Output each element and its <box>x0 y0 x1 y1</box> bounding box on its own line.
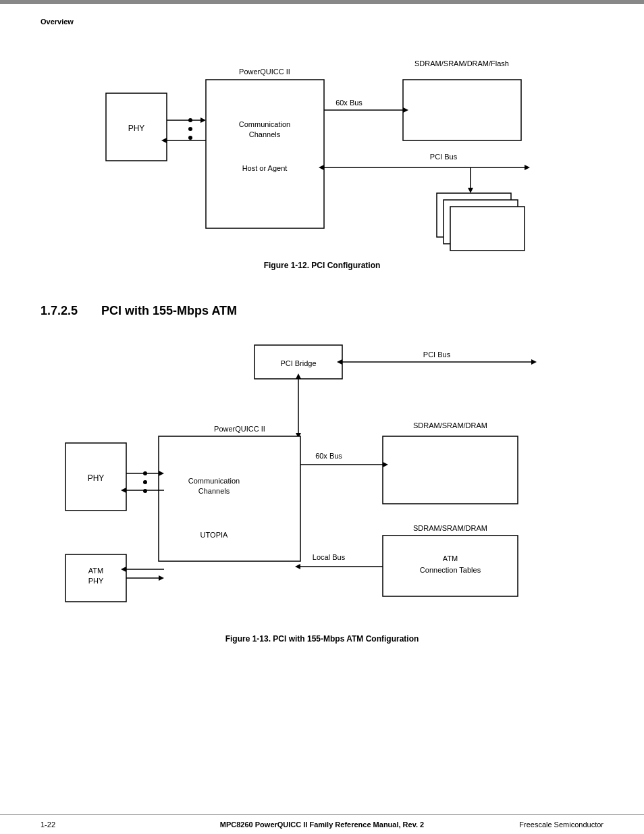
svg-text:PHY: PHY <box>128 124 145 133</box>
svg-text:60x Bus: 60x Bus <box>336 99 363 107</box>
svg-marker-22 <box>525 165 530 170</box>
svg-text:ATM: ATM <box>88 567 103 575</box>
svg-text:SDRAM/SRAM/DRAM/Flash: SDRAM/SRAM/DRAM/Flash <box>414 59 509 68</box>
page-footer: 1-22 MPC8260 PowerQUICC II Family Refere… <box>0 814 644 834</box>
svg-rect-27 <box>450 207 525 251</box>
svg-point-3 <box>188 127 192 131</box>
svg-marker-6 <box>200 118 206 123</box>
svg-text:Channels: Channels <box>198 487 230 495</box>
svg-marker-24 <box>468 188 473 193</box>
svg-text:PCI Bus: PCI Bus <box>430 153 458 161</box>
svg-text:PowerQUICC II: PowerQUICC II <box>214 425 265 433</box>
svg-text:ATM: ATM <box>443 554 458 563</box>
footer-center: MPC8260 PowerQUICC II Family Reference M… <box>220 820 424 829</box>
section-title: PCI with 155-Mbps ATM <box>101 304 237 317</box>
svg-point-45 <box>143 480 147 484</box>
footer-left: 1-22 <box>41 820 55 829</box>
svg-text:UTOPIA: UTOPIA <box>200 531 228 539</box>
svg-rect-14 <box>403 80 521 140</box>
svg-text:PCI Bridge: PCI Bridge <box>280 359 316 367</box>
footer-right: Freescale Semiconductor <box>519 820 603 829</box>
figure-13-caption: Figure 1-13. PCI with 155-Mbps ATM Confi… <box>225 634 419 644</box>
breadcrumb: Overview <box>41 18 603 26</box>
svg-text:SDRAM/SRAM/DRAM: SDRAM/SRAM/DRAM <box>413 524 487 532</box>
figure-13-area: PCI Bridge PCI Bus PowerQUICC II Communi… <box>41 338 603 664</box>
figure-12-diagram: PHY PowerQUICC II Communication Channels… <box>86 39 558 255</box>
svg-text:Local Bus: Local Bus <box>313 553 346 561</box>
svg-text:Connection Tables: Connection Tables <box>420 566 481 574</box>
svg-text:PHY: PHY <box>88 473 105 483</box>
figure-12-area: PHY PowerQUICC II Communication Channels… <box>41 39 603 290</box>
svg-point-4 <box>188 136 192 140</box>
svg-text:PowerQUICC II: PowerQUICC II <box>239 68 290 76</box>
svg-text:Communication: Communication <box>188 477 240 485</box>
svg-marker-69 <box>295 564 300 569</box>
page-content: Overview PHY PowerQUICC II Communication… <box>0 4 644 684</box>
svg-text:PCI Bus: PCI Bus <box>423 350 451 359</box>
svg-marker-55 <box>159 575 164 581</box>
figure-12-caption: Figure 1-12. PCI Configuration <box>264 261 381 270</box>
section-heading: 1.7.2.5 PCI with 155-Mbps ATM <box>41 304 603 318</box>
svg-text:Channels: Channels <box>249 130 281 138</box>
figure-13-diagram: PCI Bridge PCI Bus PowerQUICC II Communi… <box>59 338 585 629</box>
section-number: 1.7.2.5 <box>41 304 78 317</box>
svg-point-46 <box>143 489 147 493</box>
svg-rect-58 <box>383 436 518 504</box>
svg-text:60x Bus: 60x Bus <box>315 452 342 460</box>
svg-marker-33 <box>531 359 537 365</box>
svg-text:Host or Agent: Host or Agent <box>242 164 288 172</box>
svg-text:PHY: PHY <box>88 577 104 585</box>
svg-rect-9 <box>206 80 324 228</box>
svg-text:SDRAM/SRAM/DRAM: SDRAM/SRAM/DRAM <box>413 421 487 429</box>
svg-text:Communication: Communication <box>239 120 290 128</box>
svg-rect-38 <box>159 436 300 561</box>
